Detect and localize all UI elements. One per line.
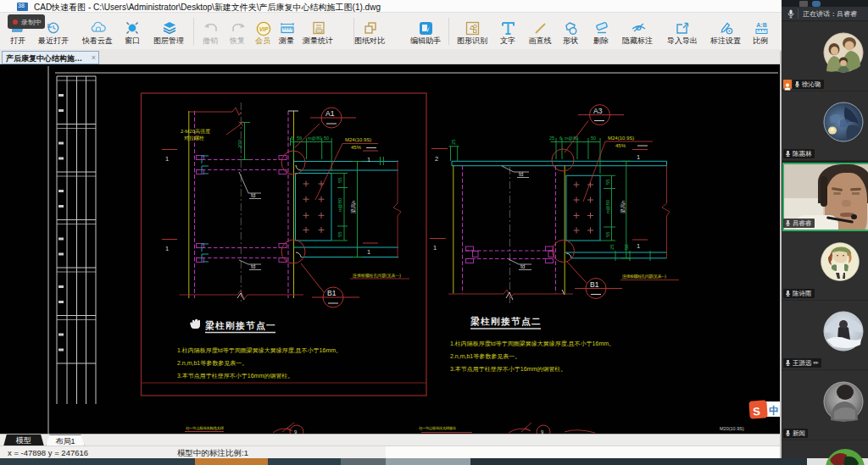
svg-text:1: 1	[433, 244, 437, 252]
svg-text:连接板螺栓孔问题(见表一): 连接板螺栓孔问题(见表一)	[622, 274, 666, 280]
svg-text:梁高h: 梁高h	[350, 201, 356, 213]
svg-text:45%: 45%	[615, 143, 626, 148]
svg-text:n@80: n@80	[337, 197, 342, 212]
svg-text:59: 59	[297, 136, 302, 141]
svg-text:25: 25	[609, 244, 615, 250]
svg-text:55: 55	[337, 231, 342, 237]
svg-text:柱—节点板连接大样做法: 柱—节点板连接大样做法	[419, 426, 457, 430]
svg-text:M24(10.9S): M24(10.9S)	[608, 136, 634, 141]
svg-text:3.本节点用于柱壁厚不小于16mm的钢管柱。: 3.本节点用于柱壁厚不小于16mm的钢管柱。	[177, 373, 293, 379]
svg-text:6: 6	[559, 136, 562, 141]
svg-text:2.n,m,b1等参数参见表一。: 2.n,m,b1等参数参见表一。	[450, 353, 520, 359]
svg-text:A3: A3	[593, 107, 603, 115]
svg-text:1: 1	[165, 245, 169, 252]
svg-text:50: 50	[624, 244, 629, 250]
svg-text:中: 中	[769, 405, 779, 417]
svg-text:1.柱内隔板厚度td等于周圈梁翼缘大翼缘厚度,且不小于16m: 1.柱内隔板厚度td等于周圈梁翼缘大翼缘厚度,且不小于16mm。	[450, 340, 615, 347]
svg-text:2.n,m,b1等参数参见表一。: 2.n,m,b1等参数参见表一。	[177, 360, 248, 366]
svg-text:梁柱刚接节点二: 梁柱刚接节点二	[470, 316, 542, 327]
svg-text:25: 25	[451, 139, 456, 145]
svg-text:连接板螺栓孔问题(见表一): 连接板螺栓孔问题(见表一)	[353, 273, 401, 279]
svg-text:1: 1	[637, 153, 640, 161]
svg-text:50: 50	[591, 136, 596, 141]
svg-text:柱—节点板连接构造大样: 柱—节点板连接构造大样	[186, 426, 225, 431]
svg-text:B1: B1	[590, 280, 599, 289]
svg-text:200: 200	[237, 139, 242, 148]
svg-text:45%: 45%	[351, 145, 362, 150]
svg-text:M24(10.9S): M24(10.9S)	[345, 137, 371, 142]
svg-text:50: 50	[324, 136, 329, 141]
svg-text:m@80: m@80	[308, 136, 321, 141]
svg-text:n@80: n@80	[605, 199, 610, 213]
svg-text:梁柱刚接节点一: 梁柱刚接节点一	[205, 320, 276, 331]
svg-text:2: 2	[435, 155, 438, 163]
svg-text:1: 1	[367, 248, 370, 256]
svg-text:55: 55	[605, 179, 610, 185]
svg-text:3.本节点用于柱壁厚不小于16mm的钢管柱。: 3.本节点用于柱壁厚不小于16mm的钢管柱。	[450, 366, 566, 373]
svg-text:梁高h: 梁高h	[620, 201, 626, 213]
svg-text:6: 6	[291, 136, 293, 141]
svg-text:55: 55	[337, 177, 342, 183]
svg-text:55: 55	[605, 231, 610, 237]
svg-text:1: 1	[367, 156, 370, 163]
svg-text:A1: A1	[326, 109, 335, 118]
svg-text:对拉螺栓: 对拉螺栓	[184, 135, 204, 141]
svg-text:M20(10.9S): M20(10.9S)	[720, 426, 744, 431]
svg-text:1: 1	[165, 155, 169, 163]
svg-text:1: 1	[637, 242, 640, 250]
svg-text:25: 25	[549, 136, 554, 141]
svg-text:1.柱内隔板厚度td等于周圈梁翼缘大翼缘厚度,且不小于16m: 1.柱内隔板厚度td等于周圈梁翼缘大翼缘厚度,且不小于16mm。	[177, 346, 342, 354]
svg-text:A:B: A:B	[756, 22, 766, 28]
svg-text:B1: B1	[327, 289, 337, 297]
svg-text:2-M20高强度: 2-M20高强度	[181, 128, 210, 135]
svg-text:S: S	[753, 405, 761, 418]
